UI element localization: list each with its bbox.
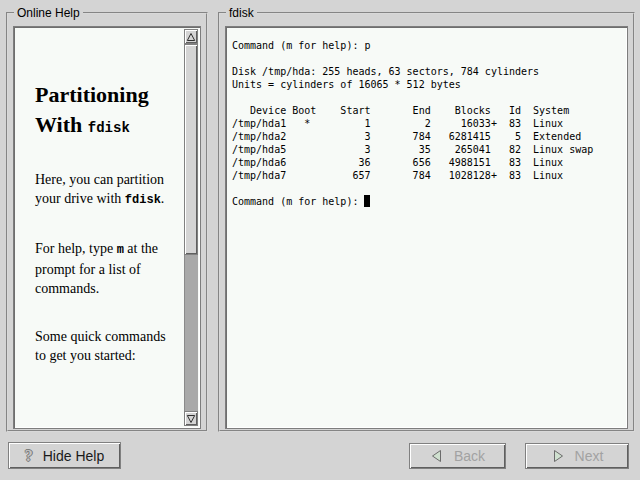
help-paragraph-tip: For help, type m at the prompt for a lis… bbox=[35, 239, 182, 298]
next-button[interactable]: Next bbox=[525, 443, 629, 469]
online-help-frame: Online Help Partitioning With fdisk Here… bbox=[6, 12, 208, 432]
terminal-cursor bbox=[364, 195, 370, 207]
terminal-output: Command (m for help): p Disk /tmp/hda: 2… bbox=[232, 39, 623, 182]
question-mark-icon: ? bbox=[25, 448, 33, 464]
scrollbar-up-button[interactable] bbox=[184, 29, 198, 44]
scrollbar-thumb[interactable] bbox=[184, 44, 198, 255]
hide-help-button[interactable]: ? Hide Help bbox=[8, 442, 121, 469]
help-content: Partitioning With fdisk Here, you can pa… bbox=[16, 29, 184, 426]
help-paragraph-intro: Here, you can partition your drive with … bbox=[35, 170, 182, 210]
terminal-prompt: Command (m for help): bbox=[232, 196, 364, 207]
back-button[interactable]: Back bbox=[409, 443, 506, 469]
fdisk-frame-label: fdisk bbox=[226, 6, 257, 20]
list-item: n -- Adds a new partition. bbox=[59, 424, 182, 426]
help-command-list: n -- Adds a new partition. d -- Deletes … bbox=[59, 405, 182, 426]
terminal-text: Command (m for help): p Disk /tmp/hda: 2… bbox=[228, 29, 625, 426]
back-arrow-icon bbox=[430, 449, 444, 463]
next-arrow-icon bbox=[551, 449, 565, 463]
scroll-down-icon bbox=[186, 414, 196, 424]
help-viewport: Partitioning With fdisk Here, you can pa… bbox=[13, 26, 201, 429]
scrollbar-down-button[interactable] bbox=[184, 411, 198, 426]
help-title: Partitioning With fdisk bbox=[35, 80, 182, 143]
next-label: Next bbox=[575, 448, 604, 464]
help-title-code: fdisk bbox=[88, 120, 130, 136]
help-paragraph-quick: Some quick commands to get you started: bbox=[35, 327, 182, 365]
fdisk-frame: fdisk Command (m for help): p Disk /tmp/… bbox=[218, 12, 635, 432]
back-label: Back bbox=[454, 448, 485, 464]
help-scrollbar[interactable] bbox=[184, 29, 198, 426]
online-help-frame-label: Online Help bbox=[14, 6, 83, 20]
hide-help-label: Hide Help bbox=[43, 448, 104, 464]
terminal-prompt-line: Command (m for help): bbox=[232, 195, 623, 208]
installer-window: { "colors": { "window_bg": "#d4d4d4", "c… bbox=[0, 0, 640, 480]
terminal[interactable]: Command (m for help): p Disk /tmp/hda: 2… bbox=[225, 26, 628, 429]
scroll-up-icon bbox=[186, 32, 196, 42]
